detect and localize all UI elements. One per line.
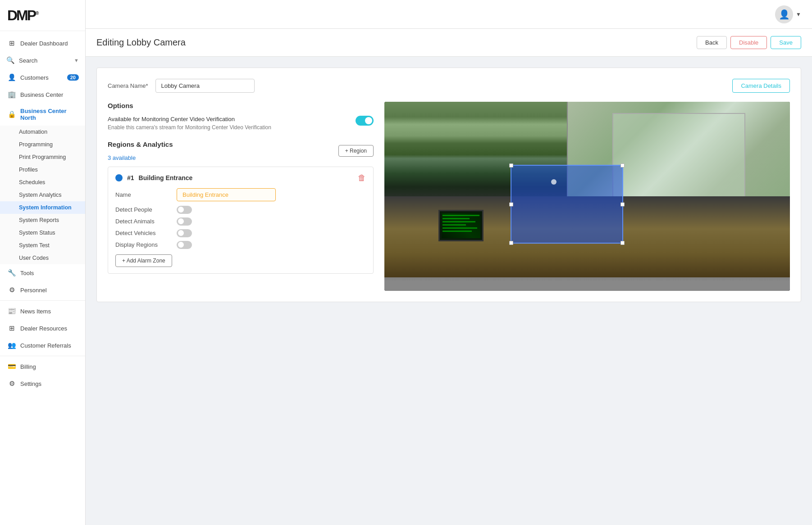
chevron-down-icon: ▼ <box>74 58 79 63</box>
detect-animals-label: Detect Animals <box>115 218 169 225</box>
options-section: Options Available for Monitoring Center … <box>108 102 374 131</box>
regions-header: Regions & Analytics 3 available + Region <box>108 140 374 161</box>
avatar-icon: 👤 <box>779 9 790 20</box>
region-name-row: Name <box>115 188 366 201</box>
sidebar-item-business-center[interactable]: 🏢 Business Center <box>0 86 85 103</box>
sidebar-nav: ⊞ Dealer Dashboard 🔍 Search ▼ 👤 Customer… <box>0 31 85 525</box>
monitoring-toggle[interactable] <box>356 116 374 126</box>
subnav-item-system-reports[interactable]: System Reports <box>0 214 85 226</box>
region-selection-overlay[interactable] <box>511 165 623 244</box>
handle-mid-left[interactable] <box>509 202 513 206</box>
save-button[interactable]: Save <box>771 36 801 49</box>
camera-name-input[interactable] <box>155 79 255 93</box>
avatar[interactable]: 👤 <box>775 5 793 23</box>
display-regions-toggle[interactable] <box>177 241 192 249</box>
sidebar-item-news-items[interactable]: 📰 News Items <box>0 303 85 320</box>
tools-icon: 🔧 <box>8 269 16 277</box>
subnav-item-system-information[interactable]: System Information <box>0 201 85 214</box>
region-dot <box>115 174 123 181</box>
topbar: 👤 ▼ <box>86 0 812 29</box>
detect-people-toggle[interactable] <box>177 206 192 214</box>
camera-preview-panel <box>384 102 790 291</box>
region-block: #1 Building Entrance 🗑 Name <box>108 167 374 274</box>
page-title: Editing Lobby Camera <box>96 37 186 48</box>
topbar-chevron-icon[interactable]: ▼ <box>796 11 801 18</box>
lock-icon: 🔒 <box>8 110 16 118</box>
screen-green <box>442 213 480 238</box>
left-panel: Options Available for Monitoring Center … <box>108 102 374 291</box>
sidebar-item-business-center-north[interactable]: 🔒 Business Center North <box>0 103 85 126</box>
subnav-item-system-test[interactable]: System Test <box>0 239 85 252</box>
detect-animals-toggle[interactable] <box>177 217 192 226</box>
camera-name-label: Camera Name* <box>108 82 148 89</box>
options-title: Options <box>108 102 374 109</box>
page-header: Editing Lobby Camera Back Disable Save <box>86 29 812 57</box>
regions-section: Regions & Analytics 3 available + Region… <box>108 140 374 274</box>
handle-top-left[interactable] <box>509 163 513 167</box>
form-card: Camera Name* Camera Details Options Avai… <box>96 68 801 302</box>
trash-icon: 🗑 <box>358 173 366 182</box>
subnav-item-system-status[interactable]: System Status <box>0 226 85 239</box>
sidebar-item-search[interactable]: 🔍 Search ▼ <box>0 52 85 69</box>
subnav-item-automation[interactable]: Automation <box>0 126 85 138</box>
subnav-item-profiles[interactable]: Profiles <box>0 163 85 176</box>
detect-people-slider <box>177 206 192 214</box>
delete-region-button[interactable]: 🗑 <box>358 173 366 183</box>
detect-people-label: Detect People <box>115 206 169 213</box>
handle-bottom-left[interactable] <box>509 241 513 245</box>
detect-vehicles-toggle[interactable] <box>177 229 192 237</box>
subnav-item-user-codes[interactable]: User Codes <box>0 252 85 264</box>
business-icon: 🏢 <box>8 91 16 99</box>
billing-icon: 💳 <box>8 362 16 371</box>
display-regions-label: Display Regions <box>115 241 169 248</box>
option-desc: Enable this camera's stream for Monitori… <box>108 124 350 131</box>
region-name-display: Building Entrance <box>139 174 193 181</box>
region-header: #1 Building Entrance 🗑 <box>115 173 366 183</box>
sidebar-item-settings[interactable]: ⚙ Settings <box>0 375 85 392</box>
dmp-logo-text: DMP® <box>7 8 78 23</box>
subnav-item-schedules[interactable]: Schedules <box>0 176 85 189</box>
region-name-input[interactable] <box>177 188 276 201</box>
search-icon: 🔍 <box>6 56 14 64</box>
detect-animals-slider <box>177 217 192 226</box>
sidebar-item-dealer-dashboard[interactable]: ⊞ Dealer Dashboard <box>0 35 85 52</box>
subnav: Automation Programming Print Programming… <box>0 126 85 264</box>
handle-top-right[interactable] <box>620 163 625 167</box>
option-text: Available for Monitoring Center Video Ve… <box>108 116 350 131</box>
add-region-button[interactable]: + Region <box>338 145 374 157</box>
dashboard-icon: ⊞ <box>8 39 16 47</box>
camera-details-button[interactable]: Camera Details <box>732 79 790 93</box>
logo: DMP® <box>0 0 85 31</box>
main-content: 👤 ▼ Editing Lobby Camera Back Disable Sa… <box>86 0 812 525</box>
sidebar-item-billing[interactable]: 💳 Billing <box>0 358 85 375</box>
detect-people-row: Detect People <box>115 206 366 214</box>
sidebar-item-dealer-resources[interactable]: ⊞ Dealer Resources <box>0 320 85 337</box>
content-grid: Options Available for Monitoring Center … <box>108 102 790 291</box>
sidebar-item-customers[interactable]: 👤 Customers 20 <box>0 69 85 86</box>
handle-mid-right[interactable] <box>620 202 625 206</box>
glass-door <box>612 113 746 204</box>
sidebar-item-customer-referrals[interactable]: 👥 Customer Referrals <box>0 337 85 354</box>
settings-icon: ⚙ <box>8 380 16 388</box>
display-regions-slider <box>177 241 192 249</box>
detect-animals-row: Detect Animals <box>115 217 366 226</box>
sidebar-item-tools[interactable]: 🔧 Tools <box>0 264 85 281</box>
region-number: #1 <box>127 174 134 181</box>
regions-available: 3 available <box>108 154 173 161</box>
disable-button[interactable]: Disable <box>730 36 767 49</box>
camera-name-left: Camera Name* <box>108 79 255 93</box>
subnav-item-print-programming[interactable]: Print Programming <box>0 151 85 163</box>
sidebar-item-personnel[interactable]: ⚙ Personnel <box>0 281 85 299</box>
news-icon: 📰 <box>8 307 16 315</box>
subnav-item-programming[interactable]: Programming <box>0 138 85 151</box>
handle-bottom-right[interactable] <box>620 241 625 245</box>
regions-analytics-title: Regions & Analytics <box>108 140 173 148</box>
back-button[interactable]: Back <box>697 36 727 49</box>
option-name: Available for Monitoring Center Video Ve… <box>108 116 350 122</box>
customers-icon: 👤 <box>8 73 16 81</box>
referrals-icon: 👥 <box>8 341 16 349</box>
subnav-item-system-analytics[interactable]: System Analytics <box>0 189 85 201</box>
resources-icon: ⊞ <box>8 324 16 332</box>
sidebar: DMP® ⊞ Dealer Dashboard 🔍 Search ▼ 👤 Cus… <box>0 0 86 525</box>
add-alarm-zone-button[interactable]: + Add Alarm Zone <box>115 254 172 267</box>
